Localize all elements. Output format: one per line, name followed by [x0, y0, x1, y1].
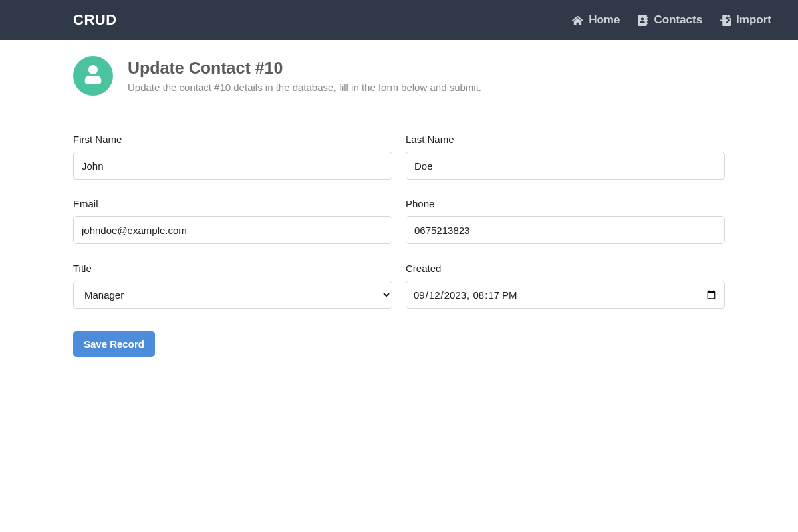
title-select[interactable]: EmployeeAssistantManager — [73, 281, 392, 309]
phone-label: Phone — [406, 198, 725, 209]
email-label: Email — [73, 198, 392, 209]
phone-input[interactable] — [406, 216, 725, 244]
user-icon — [84, 65, 102, 86]
page-heading: Update Contact #10 Update the contact #1… — [73, 56, 725, 112]
nav-link-label: Import — [736, 13, 771, 27]
file-import-icon — [720, 15, 731, 26]
page-content: Update Contact #10 Update the contact #1… — [73, 40, 725, 397]
brand[interactable]: CRUD — [73, 11, 117, 29]
address-book-icon — [637, 15, 648, 26]
last-name-input[interactable] — [406, 152, 725, 180]
nav-link-label: Contacts — [654, 13, 702, 27]
update-contact-form: First Name Last Name Email Phone Title E… — [73, 112, 725, 357]
last-name-label: Last Name — [406, 134, 725, 145]
avatar — [73, 56, 113, 96]
nav-link-label: Home — [589, 13, 620, 27]
page-subtitle: Update the contact #10 details in the da… — [128, 82, 481, 93]
first-name-input[interactable] — [73, 152, 392, 180]
created-label: Created — [406, 263, 725, 274]
nav-link-contacts[interactable]: Contacts — [637, 13, 702, 27]
title-label: Title — [73, 263, 392, 274]
nav-link-import[interactable]: Import — [720, 13, 771, 27]
page-title: Update Contact #10 — [128, 59, 481, 78]
nav-link-home[interactable]: Home — [572, 13, 620, 27]
home-icon — [572, 15, 583, 26]
save-record-button[interactable]: Save Record — [73, 331, 155, 357]
first-name-label: First Name — [73, 134, 392, 145]
email-input[interactable] — [73, 216, 392, 244]
top-nav: CRUD Home Contacts Import — [0, 0, 798, 40]
created-input[interactable] — [406, 281, 725, 309]
